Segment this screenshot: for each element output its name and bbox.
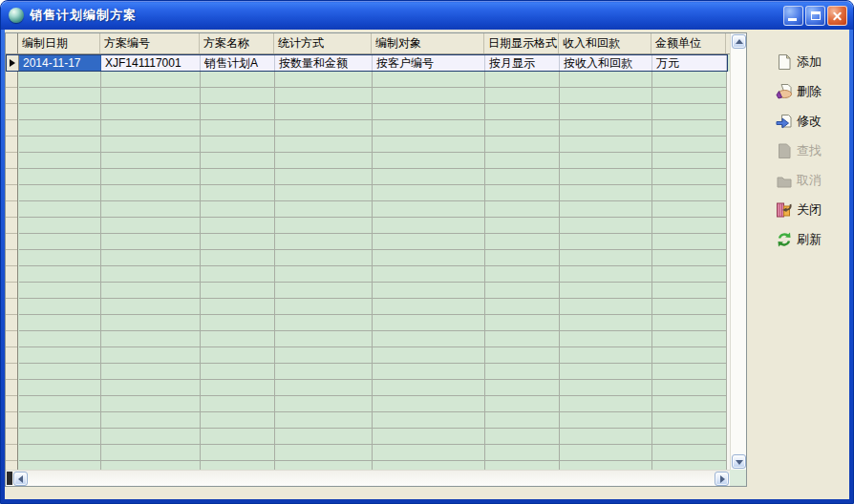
column-header-3[interactable]: 方案名称 — [200, 33, 274, 53]
minimize-icon — [788, 18, 797, 21]
column-header-1[interactable]: 编制日期 — [18, 33, 100, 53]
grid-cell[interactable]: 万元 — [652, 55, 727, 71]
client-area: 编制日期方案编号方案名称统计方式编制对象日期显示格式收入和回款金额单位 2014… — [5, 30, 849, 499]
cancel-icon — [776, 172, 793, 189]
grid-column-line — [274, 72, 275, 470]
arrow-right-icon — [720, 475, 725, 483]
maximize-button[interactable] — [805, 6, 825, 26]
action-panel: 添加 删除 修改 查找 取消 关闭 刷新 — [749, 30, 849, 499]
grid-column-line — [484, 72, 485, 470]
grid-cell[interactable]: 按收入和回款 — [560, 55, 652, 71]
grid-empty-area — [19, 72, 732, 470]
arrow-up-icon — [736, 39, 743, 44]
refresh-button[interactable]: 刷新 — [776, 230, 849, 248]
grid-header-row: 编制日期方案编号方案名称统计方式编制对象日期显示格式收入和回款金额单位 — [6, 33, 731, 54]
app-window: 销售计划编制方案 编制日期方案编号方案名称统计方式编制对象日期显示格式收入和回款… — [0, 0, 854, 504]
delete-button-label: 删除 — [797, 83, 822, 100]
grid-cell[interactable]: 按月显示 — [485, 55, 560, 71]
horizontal-scrollbar[interactable] — [6, 470, 730, 486]
grid-column-line — [100, 72, 101, 470]
close-button[interactable]: 关闭 — [776, 200, 849, 219]
data-grid: 编制日期方案编号方案名称统计方式编制对象日期显示格式收入和回款金额单位 2014… — [5, 32, 747, 487]
scroll-up-button[interactable] — [732, 34, 746, 49]
grid-header-cells: 编制日期方案编号方案名称统计方式编制对象日期显示格式收入和回款金额单位 — [18, 33, 726, 53]
close-button-label: 关闭 — [797, 201, 822, 219]
grid-cell[interactable]: 2014-11-17 — [19, 55, 101, 71]
title-bar[interactable]: 销售计划编制方案 — [1, 1, 853, 30]
row-indicator-cell — [7, 55, 19, 71]
grid-column-line — [200, 72, 201, 470]
column-header-5[interactable]: 编制对象 — [372, 33, 484, 53]
modify-icon — [776, 113, 793, 130]
grid-column-line — [559, 72, 560, 470]
grid-cell[interactable]: 按数量和金额 — [275, 55, 373, 71]
vertical-scrollbar[interactable] — [730, 33, 746, 470]
window-controls — [783, 6, 847, 26]
app-icon — [9, 8, 24, 23]
grid-column-line — [651, 72, 652, 470]
refresh-icon — [776, 231, 793, 248]
find-icon — [776, 142, 793, 159]
row-indicator-strip — [6, 72, 18, 470]
minimize-button[interactable] — [783, 6, 803, 26]
column-header-6[interactable]: 日期显示格式 — [484, 33, 559, 53]
row-indicator-header — [6, 33, 18, 53]
modify-button-label: 修改 — [797, 113, 822, 130]
refresh-button-label: 刷新 — [797, 231, 822, 248]
row-selector-marker — [10, 59, 15, 67]
grid-column-line — [372, 72, 373, 470]
grid-selected-row[interactable]: 2014-11-17XJF141117001销售计划A按数量和金额按客户编号按月… — [6, 54, 728, 72]
grid-cell[interactable]: 按客户编号 — [373, 55, 485, 71]
delete-icon — [776, 83, 793, 100]
close-icon — [776, 201, 793, 219]
add-button-label: 添加 — [797, 53, 822, 71]
column-header-8[interactable]: 金额单位 — [651, 33, 726, 53]
close-window-button[interactable] — [827, 6, 847, 26]
column-header-4[interactable]: 统计方式 — [274, 33, 372, 53]
column-header-2[interactable]: 方案编号 — [100, 33, 200, 53]
arrow-left-icon — [18, 475, 23, 483]
horizontal-scroll-thumb[interactable] — [7, 472, 12, 485]
scroll-right-button[interactable] — [715, 472, 729, 486]
add-button[interactable]: 添加 — [776, 52, 849, 71]
maximize-icon — [811, 11, 821, 20]
find-button-label: 查找 — [797, 142, 822, 159]
add-icon — [776, 53, 793, 71]
scrollbar-corner — [730, 470, 746, 486]
column-header-7[interactable]: 收入和回款 — [559, 33, 651, 53]
modify-button[interactable]: 修改 — [776, 112, 849, 130]
scroll-left-button[interactable] — [13, 472, 28, 486]
cancel-button: 取消 — [776, 171, 849, 189]
window-title: 销售计划编制方案 — [30, 7, 783, 24]
scroll-down-button[interactable] — [732, 454, 746, 469]
find-button: 查找 — [776, 141, 849, 159]
grid-cell[interactable]: 销售计划A — [201, 55, 275, 71]
grid-data-cells: 2014-11-17XJF141117001销售计划A按数量和金额按客户编号按月… — [19, 55, 727, 71]
arrow-down-icon — [736, 460, 743, 465]
cancel-button-label: 取消 — [797, 172, 822, 189]
delete-button[interactable]: 删除 — [776, 82, 849, 100]
grid-cell[interactable]: XJF141117001 — [101, 55, 201, 71]
